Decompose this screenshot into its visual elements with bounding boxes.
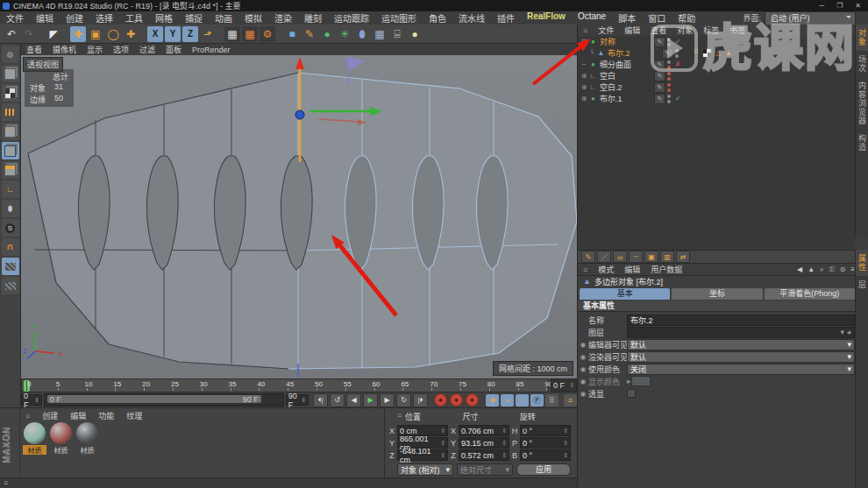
keyframe-selection-icon[interactable]: ● [466,393,479,407]
om-menu-查看[interactable]: 查看 [645,25,672,36]
quantize-icon[interactable] [2,277,19,294]
menu-item-插件[interactable]: 插件 [491,11,521,25]
back-arrow-icon[interactable]: ◀ [797,265,802,274]
edit-toggle-icon[interactable]: ✎ [654,37,665,47]
om-menu-标签[interactable]: 标签 [698,25,724,36]
expander-icon[interactable]: ⊟ [580,38,588,46]
key-rotation-icon[interactable]: ○ [516,394,529,407]
render-settings-icon[interactable]: ⚙ [260,26,275,42]
knife-tool-icon[interactable]: ／ [597,251,611,263]
axis-z-lock[interactable]: Z [182,26,198,42]
object-row[interactable]: ⊕∟空白✎ [578,70,855,81]
attribute-tab-平滑着色(Phong)[interactable]: 平滑着色(Phong) [765,288,855,300]
am-menu-模式[interactable]: 模式 [593,264,619,275]
viewport-canvas[interactable]: YXZ 透视视图 总计 对象31边缘50 网格间距 : 1000 cm [21,55,577,378]
apply-button[interactable]: 应用 [516,463,571,476]
object-row[interactable]: ⊟●对称✎✓ [578,36,855,47]
visibility-dots[interactable] [667,83,671,92]
key-scale-icon[interactable]: ▪ [501,394,514,407]
key-position-icon[interactable]: ✚ [486,394,499,407]
viewport-solo-icon[interactable]: ⬮ [2,200,19,217]
selection-tag-icon[interactable]: ⠛ [692,49,701,58]
visibility-dots[interactable] [667,60,671,69]
target-icon[interactable]: ⊙ [840,265,846,274]
om-menu-编辑[interactable]: 编辑 [619,25,645,36]
menu-item-捕捉[interactable]: 捕捉 [179,11,209,25]
object-name[interactable]: 布尔.1 [600,93,654,104]
enable-axis-icon[interactable]: ∟ [2,180,19,198]
menu-item-动画[interactable]: 动画 [209,11,238,25]
redo-icon[interactable]: ↷ [21,26,37,42]
points-mode-icon[interactable] [2,123,19,140]
record-keyframe-icon[interactable]: ● [434,393,447,407]
material-item[interactable]: 材质 [75,422,99,455]
axis-x-lock[interactable]: X [147,26,163,42]
live-selection-icon[interactable]: ◤ [46,26,61,42]
panel-tab-场次[interactable]: 场次 [856,51,868,77]
go-start-icon[interactable]: ⏴| [313,393,328,407]
workplane-lock-icon[interactable] [2,258,19,275]
render-view-icon[interactable]: ▦ [224,26,240,42]
object-name[interactable]: 空白 [600,70,654,81]
primitive-cube-icon[interactable]: ■ [284,26,300,42]
material-item[interactable]: 材质 [49,422,73,455]
material-menu-编辑[interactable]: 编辑 [66,410,90,421]
field-编辑器可见-dropdown[interactable]: 默认▾ [627,339,855,350]
play-backwards-icon[interactable]: ↺ [330,393,345,407]
floor-icon[interactable]: ▦ [372,26,388,42]
snap-icon[interactable]: S [2,219,19,237]
edit-toggle-icon[interactable]: ✎ [654,94,665,104]
edit-toggle-icon[interactable]: ✎ [654,82,665,93]
filter-icon[interactable]: ⚌ [613,251,627,263]
visibility-dots[interactable] [667,72,671,81]
preview-range-slider[interactable]: 0 F 90 F [44,393,284,407]
size-mode-dropdown[interactable]: 绝对尺寸▾ [457,463,513,476]
xray-checkbox[interactable] [627,389,636,398]
current-frame-field[interactable]: 0 F⇕ [551,378,577,393]
camera-icon[interactable]: ⌸ [389,26,405,42]
menu-item-帮助[interactable]: 帮助 [672,11,701,25]
spline-pen-icon[interactable]: ✎ [302,26,317,42]
keyframe-radio-icon[interactable]: ◉ [578,341,588,349]
up-arrow-icon[interactable]: ▲ [808,265,815,274]
menu-item-窗口[interactable]: 窗口 [642,11,672,25]
visibility-dots[interactable] [675,49,679,58]
polygons-mode-icon[interactable] [2,161,19,179]
rot-value-field[interactable]: 0 °⇕ [520,425,571,436]
metaball-icon[interactable]: ⬮ [354,26,370,42]
subdivision-surface-icon[interactable]: ● [319,26,335,42]
panel-tab-属性[interactable]: 属性 [856,250,868,276]
attribute-tab-基本[interactable]: 基本 [580,288,670,300]
keyframe-radio-icon[interactable]: ◉ [578,365,588,373]
render-region-icon[interactable]: ▦ [242,26,258,42]
viewport-menu-摄像机[interactable]: 摄像机 [47,44,82,55]
lock-icon[interactable]: ⚿ [829,265,835,274]
menu-item-网格[interactable]: 网格 [149,11,179,25]
panel-tab-内容浏览器[interactable]: 内容浏览器 [856,77,868,130]
move-icon[interactable]: ✚ [70,26,86,42]
rot-value-field[interactable]: 0 °⇕ [520,449,571,461]
field-名称-input[interactable]: 布尔.2 [627,315,855,326]
texture-mode-icon[interactable] [2,84,19,102]
expander-icon[interactable]: − [580,60,588,68]
menu-item-模拟[interactable]: 模拟 [238,11,268,25]
undo-icon[interactable]: ↶ [4,26,19,42]
om-menu-书签[interactable]: 书签 [724,25,751,36]
menu-item-文件[interactable]: 文件 [0,11,30,25]
menu-item-工具[interactable]: 工具 [119,11,149,25]
cube-tool-icon[interactable]: ▣ [644,251,658,263]
menu-item-选择[interactable]: 选择 [89,11,119,25]
bars-icon[interactable]: ▥ [660,251,674,263]
field-渲染器可见-dropdown[interactable]: 默认▾ [627,351,855,363]
menu-item-Octane[interactable]: Octane [572,11,612,25]
polygon-selection-tag-icon[interactable]: ▲ [724,49,733,58]
viewport-menu-选项[interactable]: 选项 [108,44,134,55]
pos-value-field[interactable]: -648.101 cm⇕ [397,449,448,461]
expander-icon[interactable]: └ [587,49,596,57]
size-value-field[interactable]: 0.706 cm⇕ [459,425,509,436]
object-row[interactable]: ⊕∟空白.2✎ [578,81,855,93]
menu-item-创建[interactable]: 创建 [60,11,89,25]
expander-icon[interactable]: ⊕ [580,72,588,80]
material-menu-创建[interactable]: 创建 [38,410,62,421]
edit-toggle-icon[interactable]: ✎ [654,60,665,70]
